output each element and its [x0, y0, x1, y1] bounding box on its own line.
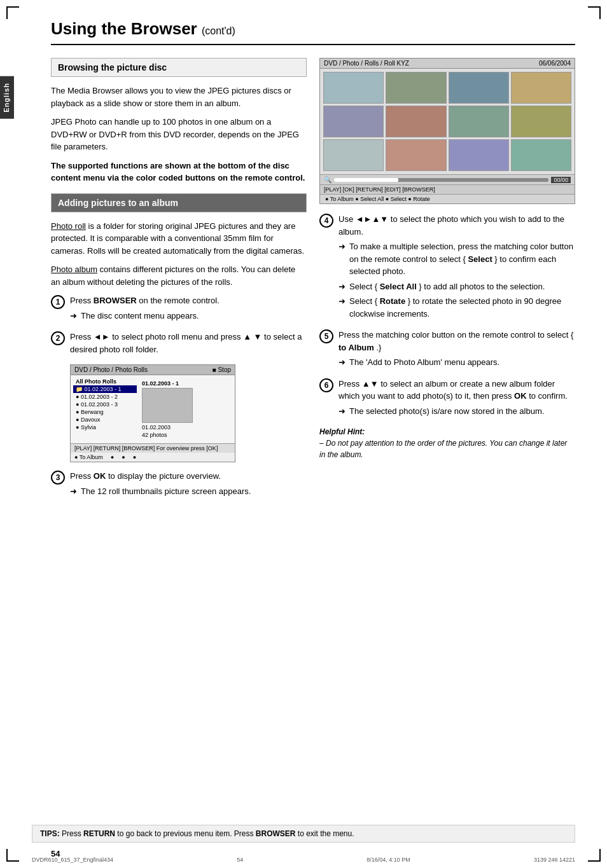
step-6: 6 Press ▲▼ to select an album or create … [319, 378, 575, 418]
left-column: Browsing the picture disc The Media Brow… [51, 58, 307, 506]
footer-doc-number: 3139 246 14221 [534, 857, 575, 863]
step-4-arrow-1: ➜ To make a multiple selection, press th… [338, 240, 575, 278]
dvd-screen-2-header-left: DVD / Photo / Rolls / Roll KYZ [324, 60, 409, 67]
corner-bl [6, 849, 19, 862]
step-2-content: Press ◄► to select photo roll menu and p… [70, 331, 307, 355]
dvd-progress-row: 🔍 00/00 [320, 174, 575, 184]
corner-tl [6, 6, 19, 19]
folder-davoux: ● Davoux [73, 416, 137, 424]
section1-heading: Browsing the picture disc [58, 62, 300, 72]
folder-3: ● 01.02.2003 - 3 [73, 401, 137, 408]
step-4-content: Use ◄►▲▼ to select the photo which you w… [338, 213, 575, 320]
dvd-screen-2-header: DVD / Photo / Rolls / Roll KYZ 06/06/200… [320, 59, 575, 69]
step-1-num: 1 [51, 295, 65, 309]
dvd-dot1: ● [111, 454, 114, 460]
dvd-screen-2-controls: ● To Album ● Select All ● Select ● Rotat… [320, 194, 575, 203]
dvd-progress-bar [334, 178, 548, 182]
dvd-screen-2-header-right: 06/06/2004 [539, 60, 571, 67]
main-layout: Browsing the picture disc The Media Brow… [51, 58, 575, 506]
photo-album-label: Photo album [51, 265, 97, 274]
tips-label: TIPS: [40, 829, 60, 838]
tips-text: Press RETURN to go back to previous menu… [62, 829, 354, 838]
dvd-screen-1: DVD / Photo / Photo Rolls ■ Stop All Pho… [70, 364, 235, 462]
dvd-progress-icon: 🔍 [324, 176, 331, 183]
dvd-screen-2-footer: [PLAY] [OK] [RETURN] [EDIT] [BROWSER] [320, 184, 575, 194]
step-4-arrow-3: ➜ Select { Rotate } to rotate the select… [338, 295, 575, 320]
folder-all: All Photo Rolls [73, 378, 137, 385]
arrow-icon-6: ➜ [338, 405, 345, 418]
dvd-screen-1-header-left: DVD / Photo / Photo Rolls [74, 366, 148, 373]
dvd-progress-fill [334, 178, 398, 182]
step-6-sub1: The selected photo(s) is/are now stored … [349, 405, 544, 418]
dvd-counter: 00/00 [551, 177, 571, 183]
step-1-sub1: The disc content menu appears. [81, 310, 199, 322]
photo-roll-label: Photo roll [51, 221, 86, 231]
step-1-arrow-1: ➜ The disc content menu appears. [70, 310, 307, 322]
step-4: 4 Use ◄►▲▼ to select the photo which you… [319, 213, 575, 320]
step-6-arrow-1: ➜ The selected photo(s) is/are now store… [338, 405, 575, 418]
arrow-icon-5: ➜ [338, 356, 345, 369]
dvd-folders: All Photo Rolls 📁 01.02.2003 - 1 ● 01.02… [73, 378, 137, 441]
step-4-sub3: Select { Rotate } to rotate the selected… [349, 295, 575, 320]
step-2: 2 Press ◄► to select photo roll menu and… [51, 331, 307, 355]
dvd-screen-1-body: All Photo Rolls 📁 01.02.2003 - 1 ● 01.02… [71, 375, 235, 443]
corner-br [588, 849, 601, 862]
dvd-photos-label: 42 photos [142, 432, 230, 438]
right-column: DVD / Photo / Rolls / Roll KYZ 06/06/200… [319, 58, 575, 506]
tips-bar: TIPS: Press RETURN to go back to previou… [32, 825, 575, 843]
dvd-to-album: ● To Album [74, 454, 103, 460]
dvd-date-label: 01.02.2003 [142, 424, 230, 431]
arrow-icon-3: ➜ [70, 485, 77, 498]
step-4-sub1: To make a multiple selection, press the … [349, 240, 575, 278]
dvd-screen-1-header: DVD / Photo / Photo Rolls ■ Stop [71, 365, 235, 375]
arrow-icon-4a: ➜ [338, 240, 345, 253]
footer-right: 8/16/04, 4:10 PM [366, 857, 410, 863]
dvd-thumb-2 [386, 72, 446, 104]
dvd-thumb-12 [511, 139, 571, 171]
step-1: 1 Press BROWSER on the remote control. ➜… [51, 294, 307, 322]
dvd-thumb-3 [449, 72, 509, 104]
arrow-icon-4c: ➜ [338, 295, 345, 308]
dvd-thumb-10 [386, 139, 446, 171]
step-4-arrow-2: ➜ Select { Select All } to add all photo… [338, 280, 575, 293]
dvd-screen-2: DVD / Photo / Rolls / Roll KYZ 06/06/200… [319, 58, 575, 204]
page: English Using the Browser (cont'd) Brows… [0, 0, 607, 868]
title-text: Using the Browser [51, 19, 197, 38]
folder-berwang: ● Berwang [73, 408, 137, 416]
photo-roll-text: is a folder for storing original JPEG pi… [51, 221, 304, 256]
hint-text: – Do not pay attention to the order of t… [319, 437, 575, 460]
step-3: 3 Press OK to display the picture overvi… [51, 470, 307, 497]
arrow-icon-1: ➜ [70, 310, 77, 322]
dvd-dot3: ● [133, 454, 136, 460]
dvd-thumb-5 [323, 106, 384, 137]
dvd-thumb-7 [449, 106, 509, 137]
dvd-screen-1-controls: ● To Album ● ● ● [71, 453, 235, 462]
dvd-selected-folder: 01.02.2003 - 1 [142, 380, 230, 387]
arrow-icon-4b: ➜ [338, 280, 345, 293]
dvd-thumb-9 [323, 139, 384, 171]
dvd-thumbnails-right: 01.02.2003 - 1 01.02.2003 42 photos [139, 378, 232, 441]
folder-1: 📁 01.02.2003 - 1 [73, 385, 137, 393]
step-3-sub1: The 12 roll thumbnails picture screen ap… [81, 485, 251, 498]
page-title: Using the Browser (cont'd) [51, 19, 575, 45]
step-4-num: 4 [319, 214, 333, 228]
section2-photo-roll-para: Photo roll is a folder for storing origi… [51, 220, 307, 258]
step-3-arrow-1: ➜ The 12 roll thumbnails picture screen … [70, 485, 307, 498]
step-5-content: Press the matching color button on the r… [338, 329, 575, 369]
section2-heading: Adding pictures to an album [58, 198, 300, 208]
corner-tr [588, 6, 601, 19]
step-1-content: Press BROWSER on the remote control. ➜ T… [70, 294, 307, 322]
step-6-num: 6 [319, 378, 333, 392]
section2-photo-album-para: Photo album contains different pictures … [51, 263, 307, 288]
dvd-screen-1-header-right: ■ Stop [213, 366, 231, 373]
folder-2: ● 01.02.2003 - 2 [73, 393, 137, 401]
dvd-thumb-6 [386, 106, 446, 137]
step-5-arrow-1: ➜ The 'Add to Photo Album' menu appears. [338, 356, 575, 369]
folder-sylvia: ● Sylvia [73, 424, 137, 431]
section2-heading-box: Adding pictures to an album [51, 193, 307, 212]
section1-bold-para: The supported functions are shown at the… [51, 160, 307, 184]
title-contd: (cont'd) [202, 25, 235, 36]
section1-para1: The Media Browser allows you to view the… [51, 85, 307, 109]
footer-center: 54 [237, 857, 243, 863]
dvd-thumb-11 [449, 139, 509, 171]
